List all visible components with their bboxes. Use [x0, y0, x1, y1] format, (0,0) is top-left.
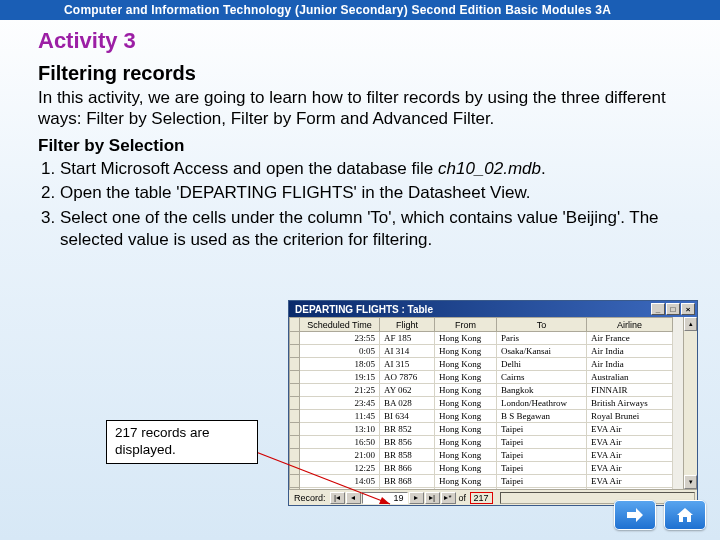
nav-next-button[interactable]: ▸ — [409, 492, 424, 504]
nav-last-button[interactable]: ▸| — [425, 492, 440, 504]
table-cell[interactable]: AI 315 — [380, 358, 435, 371]
svg-marker-2 — [627, 508, 643, 522]
callout-box: 217 records are displayed. — [106, 420, 258, 464]
subsection-heading: Filter by Selection — [38, 136, 682, 156]
table-cell[interactable]: Hong Kong — [435, 410, 497, 423]
column-header[interactable]: Flight — [380, 318, 435, 332]
home-button[interactable] — [664, 500, 706, 530]
table-cell[interactable]: Hong Kong — [435, 345, 497, 358]
table-cell[interactable]: Air France — [587, 332, 673, 345]
arrow-right-icon — [625, 507, 645, 523]
vertical-scrollbar[interactable]: ▴ ▾ — [683, 317, 697, 489]
table-cell[interactable]: Taipei — [497, 488, 587, 490]
table-cell[interactable]: Air India — [587, 358, 673, 371]
step-1: Start Microsoft Access and open the data… — [60, 158, 682, 180]
section-heading: Filtering records — [38, 62, 682, 85]
table-cell[interactable]: Air India — [587, 345, 673, 358]
table-cell[interactable]: Hong Kong — [435, 371, 497, 384]
window-titlebar[interactable]: DEPARTING FLIGHTS : Table _ □ × — [289, 301, 697, 317]
svg-line-0 — [256, 452, 390, 504]
table-cell[interactable]: B S Begawan — [497, 410, 587, 423]
column-header[interactable]: From — [435, 318, 497, 332]
table-cell[interactable]: Paris — [497, 332, 587, 345]
table-cell[interactable]: FINNAIR — [587, 384, 673, 397]
table-row[interactable]: 18:05AI 315Hong KongDelhiAir India — [290, 358, 673, 371]
table-cell[interactable]: Hong Kong — [435, 384, 497, 397]
svg-marker-1 — [379, 497, 390, 504]
table-cell[interactable]: BA 028 — [380, 397, 435, 410]
callout-arrow — [248, 432, 398, 522]
table-cell[interactable]: Hong Kong — [435, 423, 497, 436]
table-cell[interactable]: Hong Kong — [435, 462, 497, 475]
next-slide-button[interactable] — [614, 500, 656, 530]
table-cell[interactable]: AF 185 — [380, 332, 435, 345]
table-cell[interactable]: Hong Kong — [435, 475, 497, 488]
home-icon — [676, 507, 694, 523]
table-cell[interactable]: Osaka/Kansai — [497, 345, 587, 358]
step-2: Open the table 'DEPARTING FLIGHTS' in th… — [60, 182, 682, 204]
svg-marker-3 — [677, 508, 693, 522]
window-title: DEPARTING FLIGHTS : Table — [295, 304, 650, 315]
book-title-bar: Computer and Information Technology (Jun… — [0, 0, 720, 20]
table-cell[interactable]: 0:05 — [300, 345, 380, 358]
step-3: Select one of the cells under the column… — [60, 207, 682, 251]
table-cell[interactable]: London/Heathrow — [497, 397, 587, 410]
table-cell[interactable]: Hong Kong — [435, 488, 497, 490]
table-cell[interactable]: Delhi — [497, 358, 587, 371]
column-header[interactable]: To — [497, 318, 587, 332]
table-cell[interactable]: Hong Kong — [435, 332, 497, 345]
maximize-button[interactable]: □ — [666, 303, 680, 315]
table-cell[interactable]: BI 634 — [380, 410, 435, 423]
instruction-list: Start Microsoft Access and open the data… — [60, 158, 682, 251]
table-row[interactable]: 23:45BA 028Hong KongLondon/HeathrowBriti… — [290, 397, 673, 410]
scroll-up-button[interactable]: ▴ — [684, 317, 697, 331]
table-cell[interactable]: EVA Air — [587, 488, 673, 490]
column-header[interactable]: Scheduled Time — [300, 318, 380, 332]
scroll-down-button[interactable]: ▾ — [684, 475, 697, 489]
table-cell[interactable]: 11:45 — [300, 410, 380, 423]
close-button[interactable]: × — [681, 303, 695, 315]
table-cell[interactable]: EVA Air — [587, 436, 673, 449]
record-count: of 217 — [457, 493, 495, 503]
table-row[interactable]: 23:55AF 185Hong KongParisAir France — [290, 332, 673, 345]
table-cell[interactable]: 18:05 — [300, 358, 380, 371]
table-cell[interactable]: Taipei — [497, 449, 587, 462]
table-row[interactable]: 21:25AY 062Hong KongBangkokFINNAIR — [290, 384, 673, 397]
table-cell[interactable]: EVA Air — [587, 449, 673, 462]
table-cell[interactable]: Cairns — [497, 371, 587, 384]
table-row[interactable]: 11:45BI 634Hong KongB S BegawanRoyal Bru… — [290, 410, 673, 423]
table-cell[interactable]: Taipei — [497, 462, 587, 475]
table-cell[interactable]: 19:15 — [300, 371, 380, 384]
table-row[interactable]: 0:05AI 314Hong KongOsaka/KansaiAir India — [290, 345, 673, 358]
table-cell[interactable]: 23:55 — [300, 332, 380, 345]
table-cell[interactable]: Hong Kong — [435, 397, 497, 410]
table-cell[interactable]: EVA Air — [587, 423, 673, 436]
table-cell[interactable]: British Airways — [587, 397, 673, 410]
nav-new-button[interactable]: ▸* — [441, 492, 456, 504]
column-header[interactable]: Airline — [587, 318, 673, 332]
table-cell[interactable]: AI 314 — [380, 345, 435, 358]
table-cell[interactable]: EVA Air — [587, 475, 673, 488]
table-cell[interactable]: Hong Kong — [435, 436, 497, 449]
table-cell[interactable]: Taipei — [497, 436, 587, 449]
table-cell[interactable]: Hong Kong — [435, 449, 497, 462]
table-cell[interactable]: Bangkok — [497, 384, 587, 397]
activity-label: Activity 3 — [38, 28, 682, 54]
table-cell[interactable]: 21:25 — [300, 384, 380, 397]
intro-paragraph: In this activity, we are going to learn … — [38, 87, 682, 130]
table-cell[interactable]: EVA Air — [587, 462, 673, 475]
minimize-button[interactable]: _ — [651, 303, 665, 315]
table-cell[interactable]: AY 062 — [380, 384, 435, 397]
slide-content: Activity 3 Filtering records In this act… — [0, 20, 720, 251]
table-cell[interactable]: Taipei — [497, 423, 587, 436]
table-cell[interactable]: Taipei — [497, 475, 587, 488]
table-cell[interactable]: Royal Brunei — [587, 410, 673, 423]
table-cell[interactable]: Hong Kong — [435, 358, 497, 371]
table-cell[interactable]: Australian — [587, 371, 673, 384]
table-cell[interactable]: AO 7876 — [380, 371, 435, 384]
callout-text: 217 records are displayed. — [106, 420, 258, 464]
table-cell[interactable]: 23:45 — [300, 397, 380, 410]
table-row[interactable]: 19:15AO 7876Hong KongCairnsAustralian — [290, 371, 673, 384]
